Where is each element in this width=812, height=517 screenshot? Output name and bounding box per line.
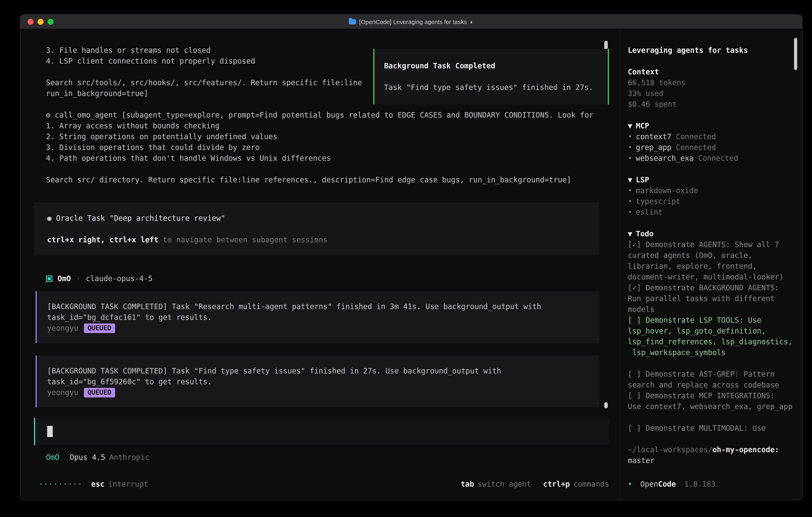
- oracle-title-line: ◉ Oracle Task "Deep architecture review": [47, 213, 600, 223]
- triangle-down-icon: ▼: [628, 121, 632, 130]
- session-sidebar: Leveraging agents for tasks Context 66,5…: [620, 29, 802, 500]
- esc-key-hint: esc: [91, 479, 105, 489]
- close-button[interactable]: [28, 19, 34, 25]
- model-status-line: OmO Opus 4.5 Anthropic: [46, 452, 620, 463]
- mcp-item: •context7 Connected: [628, 131, 794, 142]
- todo-heading-label: Todo: [636, 229, 654, 238]
- context-used: 33% used: [628, 88, 794, 99]
- sidebar-footer: • OpenCode 1.0.163: [628, 479, 716, 489]
- todo-item-active: [ ] Demonstrate LSP TOOLS: Use lsp_hover…: [628, 315, 794, 358]
- titlebar[interactable]: [OpenCode] Leveraging agents for tasks ◐: [20, 15, 802, 29]
- zoom-button[interactable]: [48, 19, 54, 25]
- lsp-name: markdown-oxide: [636, 186, 698, 195]
- bullet-icon: •: [628, 208, 632, 216]
- lsp-item: •eslint: [628, 207, 794, 218]
- lsp-heading-label: LSP: [636, 175, 649, 184]
- ctrlp-key-hint: ctrl+p: [543, 479, 570, 489]
- queued-message: [BACKGROUND TASK COMPLETED] Task "Resear…: [35, 291, 600, 343]
- message-author: yeongyu: [47, 323, 78, 333]
- oracle-task-panel: ◉ Oracle Task "Deep architecture review"…: [34, 202, 600, 255]
- window-title-area: [OpenCode] Leveraging agents for tasks ◐: [20, 15, 802, 29]
- todo-section: ▼Todo [✓] Demonstrate AGENTS: Show all 7…: [628, 228, 794, 433]
- toast-title: Background Task Completed: [384, 60, 608, 71]
- queued-message: [BACKGROUND TASK COMPLETED] Task "Find t…: [35, 355, 600, 407]
- message-meta: yeongyu QUEUED: [47, 323, 600, 333]
- window-title: [OpenCode] Leveraging agents for tasks: [359, 17, 467, 27]
- ctrlp-key-label: commands: [574, 479, 609, 489]
- context-heading: Context: [628, 66, 794, 77]
- todo-item-pending: [ ] Demonstrate AST-GREP: Pattern search…: [628, 369, 794, 390]
- mcp-status: Connected: [676, 143, 716, 152]
- mcp-status: Connected: [676, 132, 716, 141]
- bullet-icon: •: [628, 143, 632, 152]
- status-badge: QUEUED: [84, 323, 115, 333]
- app-version: 1.0.163: [684, 480, 716, 488]
- sidebar-session-title: Leveraging agents for tasks: [628, 45, 794, 56]
- bullet-icon: •: [628, 132, 632, 141]
- hint-text: to navigate between subagent sessions: [158, 236, 328, 244]
- spinner-dots-icon: ·········: [39, 479, 83, 489]
- agent-separator: ·: [76, 273, 81, 284]
- app-name-bold: Code: [658, 480, 676, 488]
- lsp-item: •typescript: [628, 196, 794, 207]
- lsp-item: •markdown-oxide: [628, 185, 794, 196]
- prompt-input[interactable]: [34, 418, 609, 445]
- statusbar-right: tab switch agent ctrl+p commands: [461, 479, 609, 489]
- tool-call-line: Search src/ directory. Return specific f…: [46, 174, 620, 185]
- message-author: yeongyu: [47, 387, 78, 398]
- oracle-spacer: [47, 223, 600, 234]
- mcp-heading-label: MCP: [636, 121, 649, 130]
- mcp-section: ▼MCP •context7 Connected •grep_app Conne…: [628, 120, 794, 164]
- oracle-icon: ◉: [47, 214, 52, 222]
- message-line: task_id="bg_dcfac161" to get results.: [47, 312, 600, 323]
- mcp-heading[interactable]: ▼MCP: [628, 120, 794, 131]
- todo-item-pending: [ ] Demonstrate MCP INTEGRATIONS: Use co…: [628, 390, 794, 412]
- mcp-name: websearch_exa: [636, 154, 694, 162]
- lsp-heading[interactable]: ▼LSP: [628, 174, 794, 185]
- tool-call-text: call_omo_agent [subagent_type=explore, p…: [55, 111, 593, 119]
- status-badge: QUEUED: [84, 388, 115, 397]
- input-agent-name: OmO: [46, 452, 59, 463]
- context-spent: $0.46 spent: [628, 99, 794, 110]
- mcp-item: •grep_app Connected: [628, 142, 794, 153]
- tool-call-header: ⚙ call_omo_agent [subagent_type=explore,…: [46, 110, 620, 120]
- agent-model: claude-opus-4-5: [86, 273, 152, 284]
- minimize-button[interactable]: [37, 19, 44, 25]
- agent-header: OmO · claude-opus-4-5: [46, 273, 620, 284]
- tool-call-line: 3. Division operations that could divide…: [46, 142, 620, 153]
- tab-key-label: switch agent: [478, 479, 531, 489]
- todo-item-done: [✓] Demonstrate BACKGROUND AGENTS: Run p…: [628, 282, 794, 315]
- bullet-icon: •: [628, 186, 632, 195]
- app-name: Open: [640, 480, 658, 488]
- context-section: Context 66,518 tokens 33% used $0.46 spe…: [628, 66, 794, 110]
- tab-key-hint: tab: [461, 479, 474, 489]
- terminal-main: 3. File handles or streams not closed 4.…: [20, 29, 620, 500]
- background-task-toast: Background Task Completed Task "Find typ…: [373, 49, 609, 104]
- workspace-path: ~/local-workspaces/oh-my-opencode: maste…: [628, 444, 794, 466]
- workspace-dir: ~/local-workspaces/: [628, 445, 712, 454]
- message-meta: yeongyu QUEUED: [47, 387, 600, 398]
- gear-icon: ⚙: [46, 111, 50, 119]
- tool-call-line: 4. Path operations that don't handle Win…: [46, 153, 620, 164]
- context-tokens: 66,518 tokens: [628, 77, 794, 88]
- session-busy-icon: ◐: [470, 17, 473, 27]
- triangle-down-icon: ▼: [628, 229, 632, 238]
- agent-square-icon: [46, 275, 52, 282]
- main-scrollbar-thumb[interactable]: [604, 402, 608, 408]
- text-cursor: [47, 426, 53, 437]
- todo-item-pending: [ ] Demonstrate MULTIMODAL: Use: [628, 423, 794, 433]
- todo-heading[interactable]: ▼Todo: [628, 228, 794, 239]
- mcp-status: Connected: [698, 154, 738, 162]
- triangle-down-icon: ▼: [628, 175, 632, 184]
- message-line: [BACKGROUND TASK COMPLETED] Task "Find t…: [47, 365, 600, 376]
- traffic-lights: [20, 19, 54, 25]
- lsp-section: ▼LSP •markdown-oxide •typescript •eslint: [628, 174, 794, 218]
- bullet-icon: •: [628, 154, 632, 162]
- oracle-hint: ctrl+x right, ctrl+x left to navigate be…: [47, 234, 600, 245]
- lsp-name: typescript: [636, 197, 680, 206]
- sidebar-scrollbar-thumb[interactable]: [794, 38, 797, 70]
- status-bar: ········· esc interrupt tab switch agent…: [39, 479, 609, 489]
- workspace-line: ~/local-workspaces/oh-my-opencode:: [628, 444, 794, 455]
- mcp-name: grep_app: [636, 143, 671, 152]
- tool-call-line: 2. String operations on potentially unde…: [46, 131, 620, 142]
